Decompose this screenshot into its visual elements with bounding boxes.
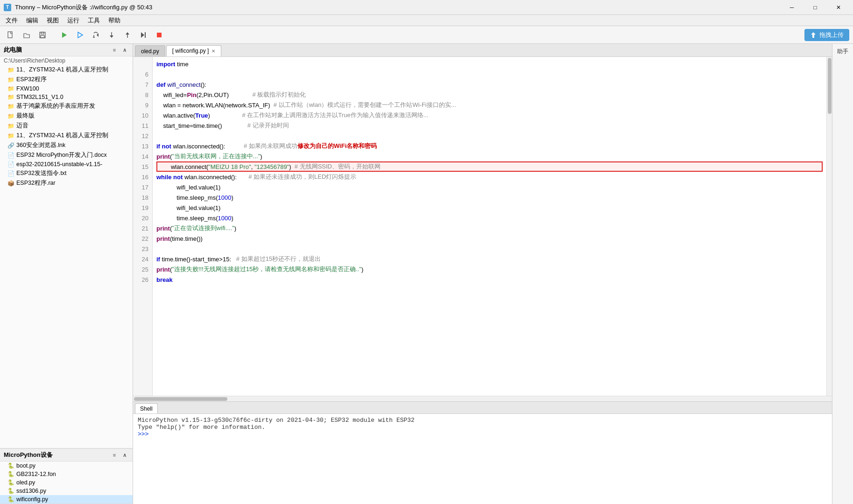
run-button[interactable] bbox=[57, 28, 71, 42]
micropython-label: MicroPython设备 bbox=[4, 451, 53, 459]
pc-path: C:\Users\Richer\Desktop bbox=[0, 56, 133, 65]
shell-line: MicroPython v1.15-13-g530c76f6c-dirty on… bbox=[138, 417, 827, 424]
line-number: 22 bbox=[137, 233, 148, 244]
menu-help[interactable]: 帮助 bbox=[105, 15, 124, 26]
micro-file-icon: 🐍 bbox=[7, 462, 14, 469]
code-line: import time bbox=[156, 59, 823, 69]
line-number: 17 bbox=[137, 182, 148, 192]
pc-file-item[interactable]: 📁STM32L151_V1.0 bbox=[0, 93, 133, 101]
title-bar-left: T Thonny – MicroPython设备 ://wificonfig.p… bbox=[4, 3, 152, 12]
minimize-button[interactable]: ─ bbox=[781, 0, 803, 15]
line-number: 20 bbox=[137, 213, 148, 223]
maximize-button[interactable]: □ bbox=[804, 0, 826, 15]
pc-file-item[interactable]: 📁ESP32程序 bbox=[0, 75, 133, 84]
code-line: time.sleep_ms(1000) bbox=[156, 213, 823, 223]
step-out-button[interactable] bbox=[120, 28, 134, 42]
file-icon: 🔗 bbox=[7, 142, 14, 149]
tab-label: oled.py bbox=[141, 48, 159, 55]
micro-file-name: wificonfig.py bbox=[16, 496, 48, 503]
pc-menu-icon[interactable]: ≡ bbox=[110, 46, 119, 54]
menu-edit[interactable]: 编辑 bbox=[22, 15, 42, 26]
pc-header-icons: ≡ ∧ bbox=[110, 46, 129, 54]
pc-file-item[interactable]: 📁基于鸿蒙系统的手表应用开发 bbox=[0, 101, 133, 111]
menu-tools[interactable]: 工具 bbox=[84, 15, 104, 26]
pc-file-item[interactable]: 📁11、ZYSTM32-A1 机器人蓝牙控制 bbox=[0, 131, 133, 140]
horizontal-scrollbar[interactable] bbox=[133, 396, 832, 401]
pc-file-item[interactable]: 📄ESP32 MicroPython开发入门.docx bbox=[0, 150, 133, 160]
vertical-scrollbar[interactable] bbox=[826, 57, 832, 396]
menu-run[interactable]: 运行 bbox=[63, 15, 83, 26]
code-line: print(time.time()) bbox=[156, 233, 823, 244]
step-over-button[interactable] bbox=[89, 28, 103, 42]
resume-button[interactable] bbox=[136, 28, 150, 42]
pc-file-item[interactable]: 📁11、ZYSTM32-A1 机器人蓝牙控制 bbox=[0, 65, 133, 75]
shell-line[interactable]: >>> bbox=[138, 431, 827, 438]
code-editor[interactable]: import time def wifi_connect(): wifi_led… bbox=[153, 57, 826, 396]
code-line: print("当前无线未联网，正在连接中...") bbox=[156, 151, 823, 161]
pc-file-item[interactable]: 📦ESP32程序.rar bbox=[0, 178, 133, 188]
line-number: 21 bbox=[137, 223, 148, 233]
micro-file-item[interactable]: 🐍GB2312-12.fon bbox=[0, 470, 133, 478]
pc-file-item[interactable]: 📄ESP32发送指令.txt bbox=[0, 168, 133, 178]
code-line: start_time=time.time() # 记录开始时间 bbox=[156, 120, 823, 131]
code-line: wifi_led=Pin(2,Pin.OUT) # 板载指示灯初始化 bbox=[156, 90, 823, 100]
code-line: wifi_led.value(1) bbox=[156, 203, 823, 213]
pc-file-item[interactable]: 📁最终版 bbox=[0, 111, 133, 121]
file-name: 11、ZYSTM32-A1 机器人蓝牙控制 bbox=[16, 132, 108, 140]
pc-expand-icon[interactable]: ∧ bbox=[120, 46, 129, 54]
horizontal-scrollbar-thumb[interactable] bbox=[134, 397, 227, 401]
editor-tab[interactable]: [ wificonfig.py ]✕ bbox=[166, 45, 222, 56]
scrollbar-thumb[interactable] bbox=[828, 58, 832, 114]
close-button[interactable]: ✕ bbox=[828, 0, 849, 15]
micropython-file-tree: 🐍boot.py🐍GB2312-12.fon🐍oled.py🐍ssd1306.p… bbox=[0, 462, 133, 504]
micro-file-item[interactable]: 🐍ssd1306.py bbox=[0, 487, 133, 495]
micro-file-item[interactable]: 🐍oled.py bbox=[0, 478, 133, 487]
open-file-button[interactable] bbox=[20, 28, 34, 42]
step-into-button[interactable] bbox=[105, 28, 119, 42]
code-line: wifi_led.value(1) bbox=[156, 182, 823, 192]
file-name: ESP32程序.rar bbox=[16, 179, 56, 187]
menu-bar: 文件 编辑 视图 运行 工具 帮助 bbox=[0, 15, 853, 26]
window-controls: ─ □ ✕ bbox=[781, 0, 849, 15]
file-icon: 📁 bbox=[7, 94, 14, 100]
debug-button[interactable] bbox=[73, 28, 87, 42]
editor-main: 67891011121314151617181920212223242526 i… bbox=[133, 57, 832, 396]
code-line: def wifi_connect(): bbox=[156, 79, 823, 90]
save-file-button[interactable] bbox=[35, 28, 49, 42]
svg-rect-3 bbox=[41, 35, 44, 38]
menu-file[interactable]: 文件 bbox=[2, 15, 21, 26]
micro-file-item[interactable]: 🐍wificonfig.py bbox=[0, 495, 133, 504]
micro-file-icon: 🐍 bbox=[7, 471, 14, 477]
file-icon: 📄 bbox=[7, 152, 14, 159]
pc-file-item[interactable]: 📄esp32-20210615-unstable-v1.15- bbox=[0, 160, 133, 168]
micro-file-item[interactable]: 🐍boot.py bbox=[0, 462, 133, 470]
assistant-panel: 助手 bbox=[832, 44, 853, 504]
file-icon: 📁 bbox=[7, 113, 14, 119]
menu-view[interactable]: 视图 bbox=[43, 15, 63, 26]
file-name: STM32L151_V1.0 bbox=[16, 94, 63, 100]
micro-menu-icon[interactable]: ≡ bbox=[110, 451, 119, 459]
pc-file-item[interactable]: 🔗360安全浏览器.lnk bbox=[0, 140, 133, 150]
code-line: if not wlan.isconnected(): # 如果尚未联网成功修改为… bbox=[156, 141, 823, 151]
file-name: 迈音 bbox=[16, 122, 28, 130]
tab-close-button[interactable]: ✕ bbox=[211, 49, 215, 54]
shell-area: Shell MicroPython v1.15-13-g530c76f6c-di… bbox=[133, 401, 832, 504]
upload-button[interactable]: 拖拽上传 bbox=[804, 29, 849, 41]
file-icon: 📁 bbox=[7, 77, 14, 83]
code-line: wlan.active(True) # 在工作站对象上调用激活方法并以True作… bbox=[156, 110, 823, 120]
line-number: 6 bbox=[137, 69, 148, 79]
micro-expand-icon[interactable]: ∧ bbox=[120, 451, 129, 459]
pc-file-item[interactable]: 📁迈音 bbox=[0, 121, 133, 131]
toolbar-right: 拖拽上传 bbox=[804, 29, 849, 41]
file-name: esp32-20210615-unstable-v1.15- bbox=[16, 161, 102, 168]
pc-file-item[interactable]: 📁FXW100 bbox=[0, 84, 133, 93]
editor-tab[interactable]: oled.py bbox=[135, 45, 165, 56]
new-file-button[interactable] bbox=[4, 28, 18, 42]
micropython-header: MicroPython设备 ≡ ∧ bbox=[0, 449, 133, 462]
shell-tab[interactable]: Shell bbox=[135, 403, 158, 413]
shell-content[interactable]: MicroPython v1.15-13-g530c76f6c-dirty on… bbox=[133, 414, 832, 504]
line-number: 9 bbox=[137, 100, 148, 110]
micro-file-name: oled.py bbox=[16, 479, 35, 486]
stop-button[interactable] bbox=[152, 28, 166, 42]
svg-marker-10 bbox=[110, 35, 113, 38]
